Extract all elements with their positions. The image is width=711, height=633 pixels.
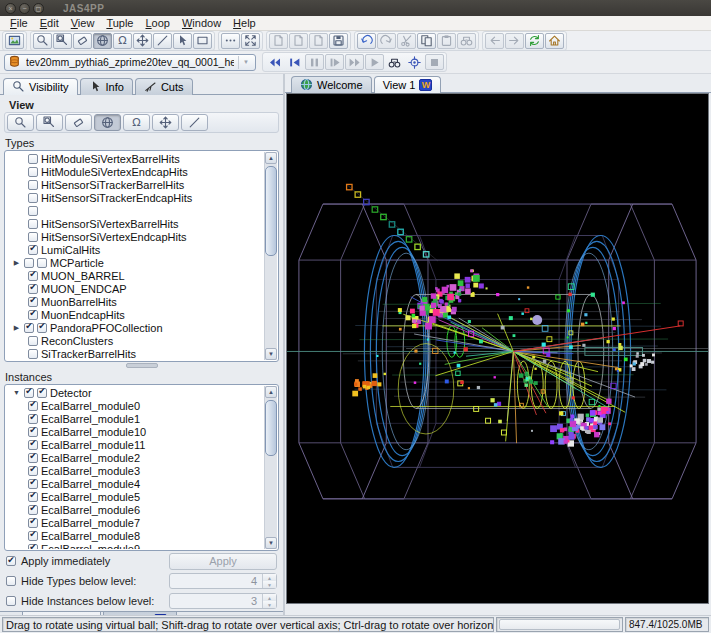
- find-event-button[interactable]: [385, 54, 404, 70]
- instance-item-row[interactable]: EcalBarrel_module2: [6, 451, 264, 464]
- instance-item-row[interactable]: EcalBarrel_module6: [6, 503, 264, 516]
- checkbox[interactable]: [28, 401, 38, 411]
- checkbox[interactable]: [28, 427, 38, 437]
- dataset-dropdown-arrow[interactable]: ▼: [238, 56, 253, 69]
- spinner-up-icon[interactable]: ▲: [263, 574, 276, 581]
- type-item-row[interactable]: HitSensorSiTrackerBarrelHits: [6, 178, 264, 191]
- undo-button[interactable]: [357, 33, 376, 49]
- scroll-thumb[interactable]: [265, 166, 277, 256]
- home-button[interactable]: [545, 33, 564, 49]
- instance-item-row[interactable]: EcalBarrel_module1: [6, 412, 264, 425]
- instance-item-row[interactable]: EcalBarrel_module3: [6, 464, 264, 477]
- instance-item-row[interactable]: EcalBarrel_module9: [6, 542, 264, 549]
- scroll-up-icon[interactable]: ▲: [265, 386, 277, 398]
- rotate-view-button[interactable]: Ω: [123, 114, 150, 131]
- menu-file[interactable]: File: [4, 17, 34, 29]
- type-item-row[interactable]: MuonEndcapHits: [6, 308, 264, 321]
- checkbox[interactable]: [28, 349, 38, 359]
- hide-types-checkbox[interactable]: [6, 576, 16, 586]
- checkbox[interactable]: [28, 219, 38, 229]
- back-button[interactable]: [485, 33, 504, 49]
- zoom-in-button[interactable]: [33, 33, 52, 49]
- scroll-up-icon[interactable]: ▲: [265, 152, 277, 164]
- type-item-row[interactable]: HitModuleSiVertexEndcapHits: [6, 165, 264, 178]
- pan-button[interactable]: [133, 33, 152, 49]
- step-forward-button[interactable]: [325, 54, 344, 70]
- menu-view[interactable]: View: [65, 17, 101, 29]
- export-image-button[interactable]: [5, 33, 24, 49]
- hide-instances-spinner[interactable]: 3 ▲▼: [169, 593, 277, 609]
- eraser-view-button[interactable]: [65, 114, 92, 131]
- checkbox[interactable]: [37, 258, 47, 268]
- instance-item-row[interactable]: ▼Detector: [6, 386, 264, 399]
- instance-item-row[interactable]: EcalBarrel_module0: [6, 399, 264, 412]
- checkbox[interactable]: [28, 453, 38, 463]
- checkbox[interactable]: [28, 284, 38, 294]
- tab-info[interactable]: Info: [80, 78, 133, 95]
- type-item-row[interactable]: ▶PandoraPFOCollection: [6, 321, 264, 334]
- type-item-row[interactable]: MUON_ENDCAP: [6, 282, 264, 295]
- type-item-row[interactable]: SiTrackerBarrelHits: [6, 347, 264, 360]
- virtual-ball-button[interactable]: [93, 33, 112, 49]
- close-page-button[interactable]: [309, 33, 328, 49]
- refresh-button[interactable]: [525, 33, 544, 49]
- checkbox[interactable]: [28, 245, 38, 255]
- scroll-down-icon[interactable]: ▼: [265, 348, 277, 360]
- instance-item-row[interactable]: EcalBarrel_module11: [6, 438, 264, 451]
- hide-instances-checkbox[interactable]: [6, 596, 16, 606]
- maximize-button[interactable]: ◻: [33, 3, 44, 14]
- checkbox[interactable]: [28, 440, 38, 450]
- instance-item-row[interactable]: EcalBarrel_module4: [6, 477, 264, 490]
- forward-button[interactable]: [505, 33, 524, 49]
- zoom-in-view-button[interactable]: [7, 114, 34, 131]
- event-display-canvas[interactable]: [286, 93, 709, 604]
- checkbox[interactable]: [24, 388, 34, 398]
- checkbox[interactable]: [28, 505, 38, 515]
- menu-edit[interactable]: Edit: [34, 17, 65, 29]
- tab-welcome[interactable]: Welcome: [291, 76, 372, 93]
- type-item-row[interactable]: HitSensorSiVertexBarrelHits: [6, 217, 264, 230]
- spinner-down-icon[interactable]: ▼: [263, 581, 276, 588]
- checkbox[interactable]: [28, 180, 38, 190]
- play-button[interactable]: [365, 54, 384, 70]
- line-button[interactable]: [153, 33, 172, 49]
- tab-visibility[interactable]: Visibility: [3, 78, 78, 95]
- types-scrollbar[interactable]: ▲ ▼: [264, 152, 277, 360]
- type-item-row[interactable]: MuonBarrelHits: [6, 295, 264, 308]
- fast-forward-button[interactable]: [345, 54, 364, 70]
- pan-view-button[interactable]: [152, 114, 179, 131]
- type-item-row[interactable]: ReconClusters: [6, 334, 264, 347]
- paste-button[interactable]: [437, 33, 456, 49]
- redo-button[interactable]: [377, 33, 396, 49]
- menu-window[interactable]: Window: [176, 17, 227, 29]
- expander-expanded-icon[interactable]: ▼: [12, 389, 21, 396]
- line-view-button[interactable]: [181, 114, 208, 131]
- type-item-row[interactable]: HitSensorSiVertexEndcapHits: [6, 230, 264, 243]
- apply-button[interactable]: Apply: [169, 553, 277, 570]
- copy-button[interactable]: [417, 33, 436, 49]
- apply-immediately-checkbox[interactable]: [6, 556, 16, 566]
- instance-item-row[interactable]: EcalBarrel_module7: [6, 516, 264, 529]
- menu-loop[interactable]: Loop: [139, 17, 175, 29]
- menu-tuple[interactable]: Tuple: [100, 17, 139, 29]
- dataset-combobox[interactable]: tev20mm_pythia6_zprime20tev_qq_0001_heps…: [4, 54, 256, 71]
- rubber-band-button[interactable]: [193, 33, 212, 49]
- checkbox[interactable]: [28, 271, 38, 281]
- checkbox[interactable]: [28, 531, 38, 541]
- checkbox[interactable]: [37, 323, 47, 333]
- type-item-row[interactable]: HitModuleSiVertexBarrelHits: [6, 152, 264, 165]
- options-button[interactable]: [221, 33, 240, 49]
- rewind-button[interactable]: [265, 54, 284, 70]
- checkbox[interactable]: [28, 492, 38, 502]
- scroll-down-icon[interactable]: ▼: [265, 537, 277, 549]
- checkbox[interactable]: [28, 232, 38, 242]
- spinner-down-icon[interactable]: ▼: [263, 601, 276, 608]
- pause-button[interactable]: [305, 54, 324, 70]
- checkbox[interactable]: [28, 544, 38, 550]
- hide-types-spinner[interactable]: 4 ▲▼: [169, 573, 277, 589]
- stop-button[interactable]: [425, 54, 444, 70]
- instances-scrollbar[interactable]: ▲ ▼: [264, 386, 277, 549]
- new-page-button[interactable]: [269, 33, 288, 49]
- tab-cuts[interactable]: Cuts: [135, 78, 193, 95]
- checkbox[interactable]: [28, 193, 38, 203]
